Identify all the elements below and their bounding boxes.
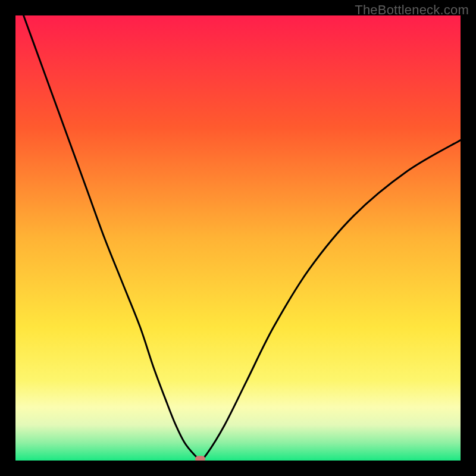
chart-svg [15, 15, 461, 461]
chart-frame: TheBottleneck.com [0, 0, 476, 476]
plot-area [15, 15, 461, 461]
chart-background [15, 15, 461, 461]
optimal-point-marker [195, 456, 205, 461]
